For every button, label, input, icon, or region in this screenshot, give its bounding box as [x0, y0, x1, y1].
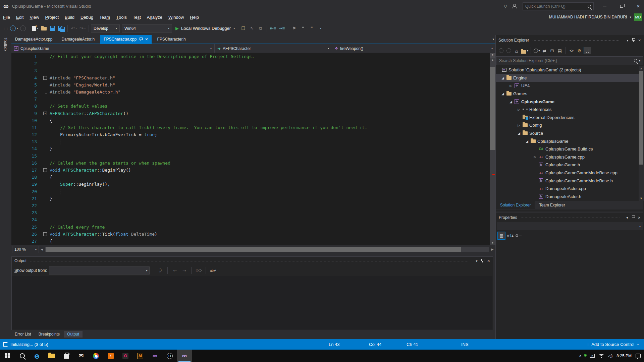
close-button[interactable]: ✕	[633, 2, 644, 11]
scroll-up-icon[interactable]: ▲	[639, 66, 644, 71]
collapse-arrow-icon[interactable]: ◢	[508, 100, 514, 104]
tree-item[interactable]: ◢✛CplusplusGame	[496, 98, 643, 106]
document-well-dropdown-icon[interactable]: ▾	[492, 38, 494, 41]
code-line[interactable]: 13	[11, 138, 495, 145]
code-line[interactable]: 8// Sets default values	[11, 103, 495, 110]
pending-changes-filter-button[interactable]: ▾	[533, 47, 540, 54]
menu-edit[interactable]: Edit	[13, 12, 26, 22]
back-button[interactable]: ←	[498, 47, 504, 54]
taskbar-orange-app-icon[interactable]: !	[103, 350, 118, 362]
code-line[interactable]: 27{	[11, 238, 495, 245]
code-line[interactable]: 5#include "Engine/World.h"	[11, 81, 495, 88]
next-message-icon[interactable]: ⇢	[180, 268, 188, 273]
tree-scrollbar[interactable]: ▲ ▼	[639, 66, 644, 201]
start-debugging-button[interactable]: ▶ Local Windows Debugger ▾	[175, 24, 235, 33]
open-file-button[interactable]	[40, 24, 48, 33]
menu-team[interactable]: Team	[96, 12, 113, 22]
decrease-indent-button[interactable]: ⇤≡	[269, 24, 277, 33]
network-icon[interactable]	[599, 354, 604, 358]
taskbar-music-app-icon[interactable]	[118, 350, 133, 362]
collapse-box-icon[interactable]: -	[43, 232, 47, 236]
close-icon[interactable]: ✕	[487, 259, 490, 263]
collapse-arrow-icon[interactable]: ◢	[524, 139, 530, 143]
tree-item[interactable]: ◢Games	[496, 90, 643, 98]
code-line[interactable]: 26-void AFPSCharacter::Tick(float DeltaT…	[11, 231, 495, 238]
code-line[interactable]: 12 PrimaryActorTick.bCanEverTick = true;	[11, 131, 495, 138]
tree-item[interactable]: ▷++CplusplusGame.cpp	[496, 153, 643, 161]
status-column[interactable]: Col 44	[369, 339, 382, 350]
volume-icon[interactable]: ◁)	[608, 354, 612, 358]
breadcrumb-type-dropdown[interactable]: ➜AFPSCharacter ▾	[215, 44, 332, 53]
show-all-files-button[interactable]	[584, 47, 591, 54]
collapse-box-icon[interactable]: -	[43, 76, 47, 80]
navigate-to-button[interactable]: ↖	[248, 24, 256, 33]
code-line[interactable]: 25// Called every frame	[11, 224, 495, 231]
code-line[interactable]: 23	[11, 209, 495, 216]
scroll-left-icon[interactable]: ◀	[39, 248, 45, 251]
close-icon[interactable]: ✕	[638, 216, 641, 220]
tree-item[interactable]: ++CplusplusGameGameModeBase.cpp	[496, 169, 643, 177]
tree-item[interactable]: hCplusplusGameGameModeBase.h	[496, 177, 643, 185]
send-feedback-icon[interactable]	[513, 4, 517, 8]
taskbar-visual-studio-active-icon[interactable]: ∞	[177, 350, 192, 362]
menu-project[interactable]: Project	[42, 12, 62, 22]
solution-configuration-dropdown[interactable]: Develop▾	[91, 24, 120, 33]
pin-icon[interactable]	[481, 258, 484, 263]
word-wrap-icon[interactable]: ab↵	[209, 269, 217, 273]
new-project-button[interactable]: ▾	[31, 24, 39, 33]
panel-tab-output[interactable]: Output	[64, 331, 83, 338]
code-editor[interactable]: 1// Fill out your copyright notice in th…	[11, 53, 495, 245]
code-line[interactable]: 1// Fill out your copyright notice in th…	[11, 53, 495, 60]
switch-views-button[interactable]: ▾	[521, 47, 528, 54]
code-line[interactable]: 4-#include "FPSCharacter.h"	[11, 74, 495, 81]
previous-message-icon[interactable]: ⇠	[171, 268, 178, 273]
tree-item[interactable]: External Dependencies	[496, 114, 643, 122]
pin-icon[interactable]	[632, 38, 635, 43]
window-position-dropdown-icon[interactable]: ▾	[476, 259, 478, 263]
taskbar-illustrator-icon[interactable]: Ai	[133, 350, 148, 362]
taskbar-unreal-engine-icon[interactable]: U	[162, 350, 177, 362]
scroll-down-icon[interactable]: ▼	[639, 196, 644, 201]
collapse-arrow-icon[interactable]: ◢	[500, 76, 505, 80]
scroll-right-icon[interactable]: ▶	[489, 248, 495, 251]
save-all-button[interactable]	[57, 24, 65, 33]
code-line[interactable]: 16// Called when the game starts or when…	[11, 160, 495, 167]
find-in-files-button[interactable]: ⧉	[257, 24, 265, 33]
menu-test[interactable]: Test	[130, 12, 144, 22]
navigate-back-button[interactable]: ←▾	[10, 24, 18, 33]
user-dropdown-icon[interactable]: ▾	[630, 15, 631, 19]
minimize-button[interactable]	[599, 2, 610, 11]
code-line[interactable]: 22	[11, 202, 495, 209]
tab-damagealeactor.h[interactable]: DamagealeActor.h	[58, 35, 98, 44]
comment-button[interactable]: ❝	[299, 24, 307, 33]
taskbar-search-icon[interactable]	[15, 350, 30, 362]
categorized-button[interactable]: ▦	[497, 232, 505, 240]
save-button[interactable]	[49, 24, 57, 33]
home-icon[interactable]: ⌂	[513, 47, 520, 54]
navigate-forward-button[interactable]: →	[19, 24, 27, 33]
sync-with-active-document-button[interactable]: ⇄	[541, 47, 548, 54]
code-line[interactable]: 14}	[11, 145, 495, 152]
uncomment-button[interactable]: ❞	[308, 24, 316, 33]
code-line[interactable]: 11 // Set this character to call Tick() …	[11, 124, 495, 131]
collapse-box-icon[interactable]: -	[43, 168, 47, 172]
taskbar-chrome-icon[interactable]	[89, 350, 103, 362]
quick-launch-input[interactable]: Quick Launch (Ctrl+Q)	[523, 2, 594, 10]
taskbar-file-explorer-icon[interactable]	[44, 350, 59, 362]
menu-tools[interactable]: Tools	[113, 12, 130, 22]
solution-explorer-search-input[interactable]: Search Solution Explorer (Ctrl+;) ▾	[496, 56, 643, 65]
tree-item[interactable]: ▷✛UE4	[496, 82, 643, 90]
tree-item[interactable]: hDamagealeActor.h	[496, 193, 643, 201]
toolbar-overflow-button[interactable]: ▾	[316, 24, 324, 33]
code-line[interactable]: 6#include "DamagealeActor.h"	[11, 88, 495, 96]
attach-to-process-button[interactable]: ❒	[239, 24, 247, 33]
tree-item[interactable]: ◢Source	[496, 129, 643, 137]
feedback-filter-icon[interactable]: ▽	[504, 4, 507, 9]
collapse-arrow-icon[interactable]: ◢	[516, 131, 522, 135]
pin-icon[interactable]	[632, 215, 635, 220]
redo-button[interactable]: ↷▾	[78, 24, 87, 33]
expand-arrow-icon[interactable]: ▷	[516, 124, 522, 127]
forward-button[interactable]: →	[505, 47, 512, 54]
tree-item[interactable]: ∞Solution 'CplusplusGame' (2 projects)	[496, 66, 643, 74]
clock[interactable]: 8:25 PM	[616, 354, 632, 358]
